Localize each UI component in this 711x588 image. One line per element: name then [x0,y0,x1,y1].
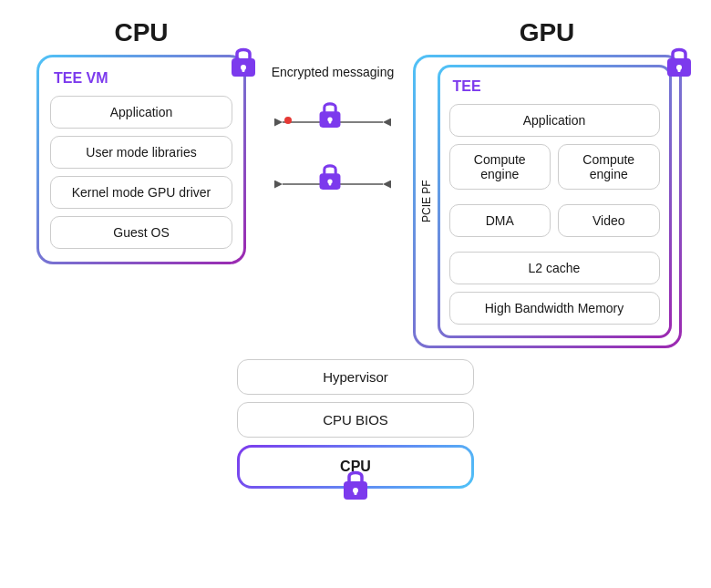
gpu-outer-inner: PCIE PF TEE Application Compute engine [416,57,679,346]
compute-engine-2: Compute engine [558,144,660,190]
dma-box: DMA [449,204,551,237]
lock-cpu-bottom-icon [340,465,371,501]
svg-rect-10 [329,181,332,185]
gpu-section: GPU PCIE PF TEE Application [406,18,688,348]
l2-cache-box: L2 cache [449,252,660,284]
lock-arrow-2 [316,159,344,195]
cpu-section: CPU TEE VM Application User mode librari… [23,18,260,264]
user-mode-libs: User mode libraries [50,136,232,169]
lock-tee-vm-icon [228,42,259,78]
cpu-bottom-wrapper: CPU [237,445,474,489]
lock-arrow-2-icon [316,159,344,191]
lock-gpu-tee [664,42,695,82]
tee-inner-content: TEE Application Compute engine Compute e… [440,67,669,335]
lock-tee-vm [228,42,259,82]
lock-gpu-tee-icon [664,42,695,78]
arrow-1-container [273,98,392,135]
tee-inner-gradient: TEE Application Compute engine Compute e… [438,65,672,338]
tee-vm-inner: TEE VM Application User mode libraries K… [39,57,243,262]
cpu-bios-box: CPU BIOS [237,402,474,438]
compute-engine-1: Compute engine [449,144,551,190]
application-cpu: Application [50,96,232,129]
pcie-pf-label: PCIE PF [416,57,438,346]
main-row: CPU TEE VM Application User mode librari… [18,18,693,348]
messaging-section: Encrypted messaging [260,18,406,197]
dma-video-row: DMA Video [449,204,660,237]
svg-rect-13 [677,67,680,72]
arrow-2-container [273,160,392,197]
kernel-mode-gpu-driver: Kernel mode GPU driver [50,176,232,209]
diagram-container: CPU TEE VM Application User mode librari… [0,0,711,588]
svg-rect-2 [242,67,245,72]
tee-vm-label: TEE VM [50,70,232,87]
messaging-label: Encrypted messaging [272,64,395,80]
lock-cpu-bottom [340,465,371,505]
guest-os: Guest OS [50,216,232,249]
video-box: Video [558,204,660,237]
tee-vm-wrapper: TEE VM Application User mode libraries K… [36,55,246,264]
hbm-box: High Bandwidth Memory [449,292,660,325]
svg-rect-6 [329,119,332,123]
bottom-section: Hypervisor CPU BIOS CPU [237,359,474,489]
svg-rect-16 [355,490,357,495]
gpu-title: GPU [520,18,575,47]
lock-arrow-1-icon [316,97,344,129]
lock-arrow-1 [316,97,344,133]
application-gpu: Application [449,104,660,137]
gpu-outer-gradient: PCIE PF TEE Application Compute engine [413,55,682,348]
tee-vm-gradient: TEE VM Application User mode libraries K… [36,55,246,264]
gpu-box-wrapper: PCIE PF TEE Application Compute engine [413,55,682,348]
compute-row: Compute engine Compute engine [449,144,660,190]
tee-label: TEE [449,78,660,95]
hypervisor-box: Hypervisor [237,359,474,395]
cpu-title: CPU [114,18,168,47]
